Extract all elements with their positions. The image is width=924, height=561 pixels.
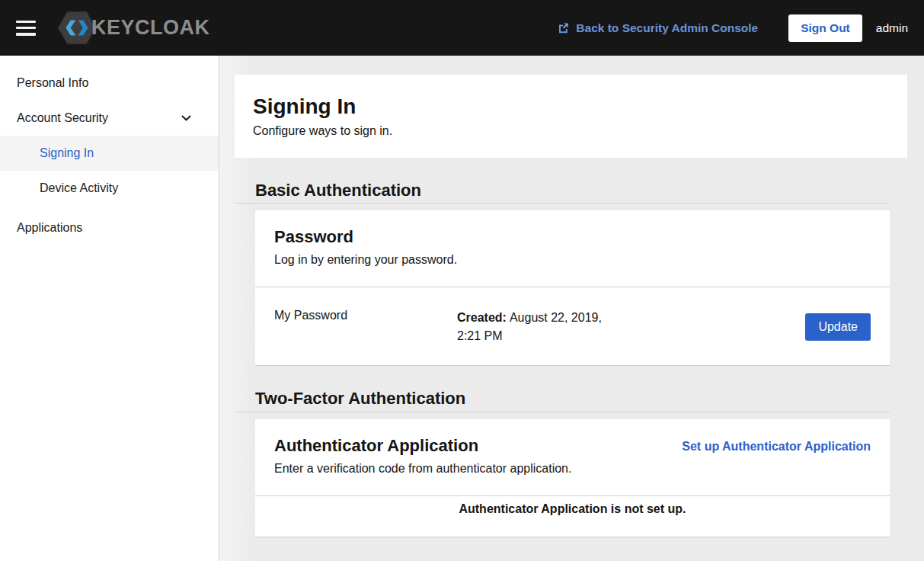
page-body: Personal Info Account Security Signing I… <box>0 56 924 561</box>
password-card: Password Log in by entering your passwor… <box>255 210 890 366</box>
keycloak-logo[interactable]: KEYCLOAK <box>57 10 210 46</box>
sidebar-item-label: Personal Info <box>17 76 88 90</box>
header-actions: Back to Security Admin Console Sign Out … <box>558 14 908 42</box>
password-created-value: Created:August 22, 2019, 2:21 PM <box>457 309 613 345</box>
authenticator-empty-message: Authenticator Application is not set up. <box>459 502 686 516</box>
sidebar-item-signing-in[interactable]: Signing In <box>0 136 219 171</box>
page-subtitle: Configure ways to sign in. <box>253 124 889 138</box>
password-card-header: Password Log in by entering your passwor… <box>255 210 890 287</box>
update-password-button[interactable]: Update <box>805 313 871 341</box>
authenticator-card-header: Authenticator Application Enter a verifi… <box>255 419 890 495</box>
chevron-down-icon <box>181 115 191 121</box>
section-two-factor-authentication: Two-Factor Authentication Authenticator … <box>235 389 890 537</box>
keycloak-account-console: KEYCLOAK Back to Security Admin Console … <box>0 0 924 561</box>
back-link-label: Back to Security Admin Console <box>576 21 758 35</box>
top-header: KEYCLOAK Back to Security Admin Console … <box>0 0 924 56</box>
my-password-row: My Password Created:August 22, 2019, 2:2… <box>255 287 890 365</box>
username: admin <box>876 21 908 35</box>
section-basic-authentication: Basic Authentication Password Log in by … <box>235 181 890 366</box>
authenticator-card-titles: Authenticator Application Enter a verifi… <box>274 437 571 476</box>
authenticator-application-card: Authenticator Application Enter a verifi… <box>255 419 890 537</box>
sidebar-item-label: Applications <box>17 221 82 235</box>
my-password-label: My Password <box>274 309 457 322</box>
sidebar-item-label: Device Activity <box>40 181 118 195</box>
section-heading-basic-authentication: Basic Authentication <box>235 181 890 204</box>
created-label: Created: <box>457 311 507 324</box>
sidebar-item-label: Signing In <box>40 146 94 160</box>
menu-icon[interactable] <box>16 21 36 36</box>
sidebar-item-account-security[interactable]: Account Security <box>0 101 219 136</box>
password-card-description: Log in by entering your password. <box>274 253 871 267</box>
sidebar-item-applications[interactable]: Applications <box>0 210 219 245</box>
sidebar-item-personal-info[interactable]: Personal Info <box>0 66 219 101</box>
brand-text: KEYCLOAK <box>91 16 210 40</box>
setup-authenticator-link[interactable]: Set up Authenticator Application <box>682 440 871 454</box>
page-title: Signing In <box>253 96 889 117</box>
password-card-title: Password <box>274 228 871 246</box>
sidebar-nav: Personal Info Account Security Signing I… <box>0 56 219 561</box>
sidebar-item-device-activity[interactable]: Device Activity <box>0 171 219 206</box>
page-header-card: Signing In Configure ways to sign in. <box>235 75 907 158</box>
main-content: Signing In Configure ways to sign in. Ba… <box>219 56 924 561</box>
external-link-icon <box>558 22 570 34</box>
section-heading-two-factor: Two-Factor Authentication <box>235 389 890 412</box>
sidebar-item-label: Account Security <box>17 111 108 125</box>
account-security-subnav: Signing In Device Activity <box>0 136 219 206</box>
authenticator-empty-row: Authenticator Application is not set up. <box>255 495 890 537</box>
authenticator-card-description: Enter a verification code from authentic… <box>274 462 571 476</box>
sign-out-button[interactable]: Sign Out <box>788 14 862 42</box>
authenticator-card-title: Authenticator Application <box>274 437 571 455</box>
back-to-admin-console-link[interactable]: Back to Security Admin Console <box>558 21 758 35</box>
